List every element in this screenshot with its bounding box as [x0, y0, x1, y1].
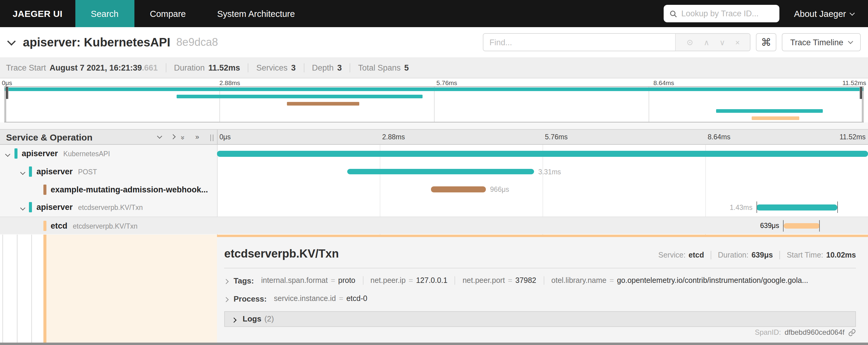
trace-start-label: Trace Start: [6, 63, 46, 72]
span-timeline-cell[interactable]: 3.31ms: [217, 163, 868, 180]
span-row-apiserver-kubernetesapi[interactable]: apiserverKubernetesAPI: [0, 145, 868, 163]
service-value: etcd: [689, 251, 704, 259]
trace-header: apiserver: KubernetesAPI 8e9dca8 ∧ ∨ × ⌘: [0, 27, 868, 57]
minimap-gap: [0, 122, 868, 129]
tick-label: 5.76ms: [545, 130, 567, 144]
span-bar[interactable]: [431, 187, 486, 193]
tick-label: 11.52ms: [842, 79, 866, 86]
find-next-icon[interactable]: ∨: [719, 38, 725, 46]
collapse-all-icon[interactable]: »: [176, 136, 190, 138]
span-row-apiserver-post[interactable]: apiserverPOST 3.31ms: [0, 163, 868, 180]
collapse-trace-chevron-icon[interactable]: [8, 37, 14, 48]
tags-accordion[interactable]: Tags: internal.span.format=proto net.pee…: [224, 276, 856, 285]
about-jaeger-label: About Jaeger: [794, 9, 846, 19]
chevron-down-icon: [849, 10, 855, 15]
minimap-gridline: [649, 87, 649, 122]
logs-label: Logs: [243, 314, 261, 323]
span-timeline-cell[interactable]: [217, 145, 868, 163]
span-row-apiserver-etcd-txn[interactable]: apiserveretcdserverpb.KV/Txn 1.43ms: [0, 198, 868, 216]
minimap-left-scrubber[interactable]: [5, 87, 6, 122]
nav-tab-search[interactable]: Search: [75, 0, 134, 27]
tick-label: 2.88ms: [382, 130, 405, 144]
trace-start-value: August 7 2021, 16:21:39: [50, 63, 142, 72]
span-row-webhook[interactable]: example-mutating-admission-webhook... 96…: [0, 181, 868, 198]
depth-value: 3: [337, 63, 342, 72]
locate-icon[interactable]: [686, 38, 693, 46]
minimap-right-scrubber[interactable]: [862, 87, 863, 122]
tick-label: 5.76ms: [436, 79, 457, 86]
span-color-chip: [29, 167, 32, 177]
span-bar[interactable]: [783, 223, 819, 229]
column-divider: [217, 130, 218, 144]
span-duration-label: 966μs: [490, 181, 509, 198]
span-service: apiserver: [36, 167, 73, 176]
about-jaeger-menu[interactable]: About Jaeger: [794, 9, 854, 19]
find-clear-icon[interactable]: ×: [735, 38, 740, 46]
chevron-right-icon: [224, 276, 227, 285]
duration-value: 639μs: [751, 251, 773, 259]
span-color-chip: [14, 149, 17, 159]
span-timeline-cell[interactable]: 966μs: [217, 181, 868, 198]
span-id-value: dfbebd960ced064f: [784, 328, 844, 337]
span-service: apiserver: [36, 203, 73, 212]
minimap-span-bar: [716, 109, 823, 113]
depth-label: Depth: [312, 63, 334, 72]
selected-span-tint: [46, 234, 217, 343]
trace-id-lookup[interactable]: [664, 5, 779, 22]
span-bar[interactable]: [217, 151, 868, 156]
span-color-chip: [43, 221, 46, 231]
collapse-one-icon[interactable]: [158, 130, 161, 144]
trace-id-lookup-input[interactable]: [681, 9, 774, 18]
find-prev-icon[interactable]: ∧: [704, 38, 710, 46]
services-label: Services: [256, 63, 287, 72]
keyboard-shortcuts-button[interactable]: ⌘: [756, 33, 776, 51]
copy-link-icon[interactable]: [848, 328, 856, 336]
span-id-label: SpanID:: [755, 328, 781, 337]
find-controls: ∧ ∨ ×: [675, 34, 750, 51]
divider: [224, 267, 856, 268]
find-input[interactable]: [484, 34, 675, 51]
expand-all-icon[interactable]: »: [195, 130, 197, 144]
span-bar[interactable]: [757, 204, 838, 210]
chevron-right-icon: [232, 314, 236, 323]
tick-label: 0μs: [219, 130, 231, 144]
view-mode-select[interactable]: Trace Timeline: [782, 33, 861, 51]
total-spans-value: 5: [404, 63, 409, 72]
tick-label: 8.64ms: [708, 130, 730, 144]
total-spans-label: Total Spans: [358, 63, 401, 72]
process-accordion[interactable]: Process: service.instance.id=etcd-0: [224, 294, 856, 303]
span-id-row: SpanID: dfbebd960ced064f: [755, 328, 856, 337]
tick-label: 2.88ms: [219, 79, 240, 86]
app-brand[interactable]: JAEGER UI: [0, 0, 75, 27]
trace-minimap[interactable]: [4, 86, 864, 122]
chevron-down-icon[interactable]: [21, 166, 24, 177]
span-rows: apiserverKubernetesAPI apiserverPOST 3.3…: [0, 145, 868, 234]
find-group: ∧ ∨ ×: [483, 33, 750, 51]
logs-accordion[interactable]: Logs (2): [224, 311, 856, 326]
service-operation-header: Service & Operation: [6, 130, 93, 144]
span-timeline-cell[interactable]: 639μs: [217, 217, 868, 234]
expand-one-icon[interactable]: [171, 130, 175, 144]
nav-tab-compare[interactable]: Compare: [134, 0, 201, 27]
nav-tab-system-architecture[interactable]: System Architecture: [202, 0, 311, 27]
column-resizer-grip[interactable]: [210, 135, 213, 141]
bottom-scrollbar[interactable]: [0, 343, 868, 345]
tick-label: 0μs: [2, 79, 12, 86]
chevron-down-icon[interactable]: [6, 148, 9, 159]
tree-guide-line: [2, 234, 3, 343]
span-detail-row: etcdserverpb.KV/Txn Service: etcd Durati…: [0, 234, 868, 343]
minimap-gridline: [434, 87, 435, 122]
chevron-right-icon: [224, 294, 227, 303]
minimap-span-bar: [752, 116, 799, 120]
span-bar[interactable]: [347, 169, 534, 174]
search-icon: [669, 9, 678, 18]
chevron-down-icon[interactable]: [21, 202, 24, 213]
span-row-etcd-txn-selected[interactable]: etcdetcdserverpb.KV/Txn 639μs: [0, 217, 868, 234]
span-detail-indent: [0, 234, 217, 343]
span-operation: KubernetesAPI: [63, 150, 110, 158]
top-nav: JAEGER UI Search Compare System Architec…: [0, 0, 868, 27]
tree-guide-line: [17, 234, 17, 343]
logs-count: (2): [264, 314, 274, 323]
span-timeline-cell[interactable]: 1.43ms: [217, 198, 868, 216]
span-duration-label: 1.43ms: [730, 198, 752, 216]
